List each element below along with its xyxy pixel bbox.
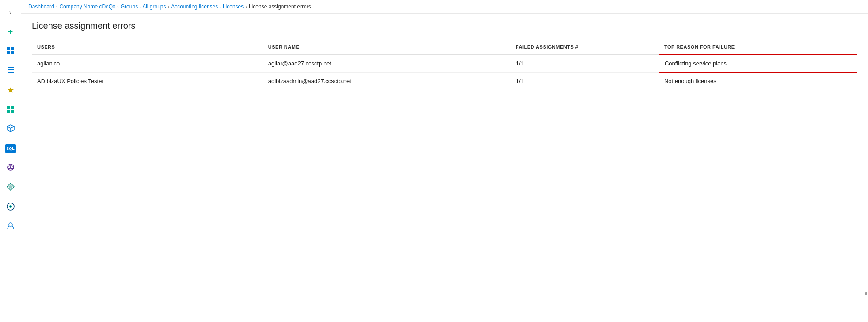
sidebar-item-expand[interactable]: › xyxy=(2,4,19,21)
sidebar-item-sql[interactable]: SQL xyxy=(2,140,19,157)
page-area: License assignment errors USERS USER NAM… xyxy=(21,14,868,322)
breadcrumb-link-groups[interactable]: Groups - All groups xyxy=(121,4,166,10)
page-title: License assignment errors xyxy=(32,21,857,31)
svg-rect-7 xyxy=(7,106,10,109)
breadcrumb: Dashboard › Company Name cDeQx › Groups … xyxy=(21,0,868,14)
sql-icon: SQL xyxy=(5,144,16,153)
sidebar-item-favorites[interactable]: ★ xyxy=(2,81,19,99)
breadcrumb-separator-4: › xyxy=(245,4,247,9)
table-row[interactable]: ADIbizaUX Policies Testeradibizaadmin@aa… xyxy=(32,72,857,90)
column-header-users: USERS xyxy=(32,40,263,54)
breadcrumb-link-company[interactable]: Company Name cDeQx xyxy=(59,4,115,10)
svg-rect-5 xyxy=(8,69,14,70)
cell-reason-0: Conflicting service plans xyxy=(659,54,857,72)
svg-rect-2 xyxy=(7,51,10,54)
svg-rect-6 xyxy=(8,72,14,73)
column-header-username: USER NAME xyxy=(263,40,510,54)
svg-rect-4 xyxy=(8,67,14,68)
plus-icon: + xyxy=(8,27,13,37)
cell-users-0: agilanico xyxy=(32,54,263,72)
sidebar: › + ★ xyxy=(0,0,21,322)
svg-rect-9 xyxy=(7,110,10,113)
svg-rect-0 xyxy=(7,47,10,50)
sidebar-item-user[interactable] xyxy=(2,218,19,235)
cell-username-0: agilar@aad27.ccsctp.net xyxy=(263,54,510,72)
cell-failed-1: 1/1 xyxy=(510,72,659,90)
sidebar-item-apps[interactable] xyxy=(2,101,19,119)
package-icon xyxy=(7,124,15,134)
sidebar-item-dashboard[interactable] xyxy=(2,42,19,60)
main-content: Dashboard › Company Name cDeQx › Groups … xyxy=(21,0,868,322)
sidebar-item-diamond[interactable] xyxy=(2,179,19,196)
scrollbar-indicator xyxy=(865,292,867,295)
sidebar-item-eye[interactable] xyxy=(2,198,19,216)
cell-failed-0: 1/1 xyxy=(510,54,659,72)
orbit-icon xyxy=(7,163,15,173)
breadcrumb-link-dashboard[interactable]: Dashboard xyxy=(28,4,54,10)
eye-icon xyxy=(7,203,15,212)
star-icon: ★ xyxy=(7,85,14,95)
sidebar-item-add[interactable]: + xyxy=(2,23,19,41)
column-header-reason: TOP REASON FOR FAILURE xyxy=(659,40,857,54)
user-icon xyxy=(7,222,15,231)
breadcrumb-separator-2: › xyxy=(117,4,119,9)
sidebar-item-orbit[interactable] xyxy=(2,159,19,177)
sidebar-item-package[interactable] xyxy=(2,120,19,138)
svg-rect-10 xyxy=(11,110,14,113)
breadcrumb-current: License assignment errors xyxy=(249,4,311,10)
table-header-row: USERS USER NAME FAILED ASSIGNMENTS # TOP… xyxy=(32,40,857,54)
svg-rect-3 xyxy=(11,51,14,54)
svg-rect-8 xyxy=(11,106,14,109)
list-icon xyxy=(7,66,15,76)
cell-username-1: adibizaadmin@aad27.ccsctp.net xyxy=(263,72,510,90)
sidebar-item-list[interactable] xyxy=(2,62,19,80)
svg-rect-1 xyxy=(11,47,14,50)
cell-reason-1: Not enough licenses xyxy=(659,72,857,90)
breadcrumb-separator-3: › xyxy=(168,4,170,9)
svg-point-14 xyxy=(10,166,11,168)
grid-icon xyxy=(7,105,15,115)
svg-point-17 xyxy=(10,206,11,207)
breadcrumb-link-licenses[interactable]: Accounting licenses - Licenses xyxy=(171,4,244,10)
table-row[interactable]: agilanicoagilar@aad27.ccsctp.net1/1Confl… xyxy=(32,54,857,72)
diamond-icon xyxy=(7,183,15,193)
license-errors-table: USERS USER NAME FAILED ASSIGNMENTS # TOP… xyxy=(32,40,857,90)
chevron-right-icon: › xyxy=(9,8,11,16)
breadcrumb-separator-1: › xyxy=(56,4,58,9)
cell-users-1: ADIbizaUX Policies Tester xyxy=(32,72,263,90)
dashboard-icon xyxy=(7,46,15,57)
column-header-failed: FAILED ASSIGNMENTS # xyxy=(510,40,659,54)
